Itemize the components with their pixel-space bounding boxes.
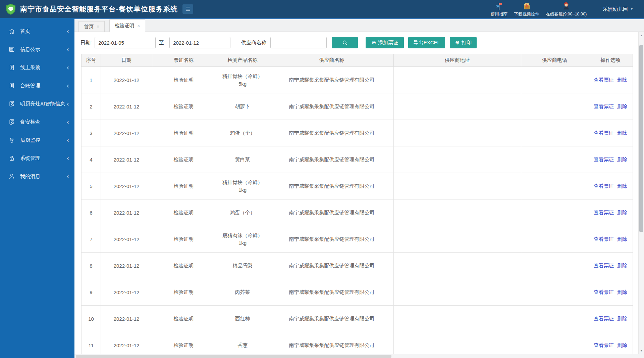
horizontal-scrollbar[interactable]	[74, 354, 638, 358]
cell-phone	[521, 146, 588, 173]
scroll-up-icon[interactable]: ▲	[639, 33, 644, 38]
cell-date: 2022-01-12	[101, 93, 152, 120]
sidebar-item-info-publicity[interactable]: 信息公示 ‹	[0, 40, 74, 58]
cell-address	[394, 332, 521, 354]
user-menu[interactable]: 乐洲幼儿园 ▼	[603, 6, 633, 12]
cell-supplier: 南宁威耀集采集配供应链管理有限公司	[270, 173, 394, 199]
sidebar-item-ai-kitchen[interactable]: 明厨亮灶AI智能信息 ‹	[0, 95, 74, 113]
cell-address	[394, 120, 521, 146]
delete-link[interactable]: 删除	[617, 210, 627, 215]
scroll-down-icon[interactable]: ▼	[639, 348, 644, 353]
delete-link[interactable]: 删除	[617, 263, 627, 268]
cell-product: 猪排骨块（冷鲜） 5kg	[215, 67, 270, 93]
delete-link[interactable]: 删除	[617, 103, 627, 109]
cell-product: 精品雪梨	[215, 253, 270, 279]
view-ticket-link[interactable]: 查看票证	[594, 289, 614, 295]
sidebar-item-my-messages[interactable]: 我的消息 ‹	[0, 167, 74, 185]
cell-no: 8	[82, 253, 101, 279]
chevron-left-icon: ‹	[66, 155, 69, 162]
view-ticket-link[interactable]: 查看票证	[594, 103, 614, 109]
cell-supplier: 南宁威耀集采集配供应链管理有限公司	[270, 146, 394, 173]
view-ticket-link[interactable]: 查看票证	[594, 236, 614, 242]
cell-supplier: 南宁威耀集采集配供应链管理有限公司	[270, 226, 394, 253]
top-link-download[interactable]: 下载视频控件	[514, 1, 539, 17]
cell-address	[394, 226, 521, 253]
delete-link[interactable]: 删除	[617, 183, 627, 189]
home-icon	[8, 28, 15, 35]
col-header-actions: 操作选项	[588, 54, 633, 67]
add-ticket-button[interactable]: ⊕ 添加票证	[366, 37, 404, 48]
view-ticket-link[interactable]: 查看票证	[594, 316, 614, 321]
top-link-guide[interactable]: 使用指南	[491, 1, 507, 17]
person-icon	[8, 173, 15, 180]
view-ticket-link[interactable]: 查看票证	[594, 210, 614, 215]
sidebar-item-online-purchase[interactable]: 线上采购 ‹	[0, 58, 74, 77]
delete-link[interactable]: 删除	[617, 316, 627, 321]
hamburger-menu-icon[interactable]: ☰	[182, 4, 193, 14]
cell-date: 2022-01-12	[101, 120, 152, 146]
view-ticket-link[interactable]: 查看票证	[594, 77, 614, 83]
sidebar-item-food-inspection[interactable]: 食安检查 ‹	[0, 113, 74, 131]
cell-cert: 检验证明	[152, 67, 215, 93]
date-from-input[interactable]	[95, 37, 156, 48]
cell-date: 2022-01-12	[101, 306, 152, 332]
delete-link[interactable]: 删除	[617, 289, 627, 295]
close-icon[interactable]: ×	[97, 24, 99, 29]
tab-home[interactable]: 首页 ×	[78, 21, 105, 32]
search-button[interactable]	[332, 37, 358, 48]
table-row: 8 2022-01-12 检验证明 精品雪梨 南宁威耀集采集配供应链管理有限公司…	[82, 253, 633, 279]
sidebar-item-ledger[interactable]: 台账管理 ‹	[0, 77, 74, 95]
tab-inspection-certificate[interactable]: 检验证明 ×	[109, 19, 145, 32]
cell-date: 2022-01-12	[101, 279, 152, 306]
ledger-doc-icon	[8, 82, 15, 89]
cell-address	[394, 93, 521, 120]
export-excel-button[interactable]: 导出EXCEL	[408, 37, 445, 48]
delete-link[interactable]: 删除	[617, 236, 627, 242]
cell-product: 胡萝卜	[215, 93, 270, 120]
delete-link[interactable]: 删除	[617, 342, 627, 348]
sidebar-item-label: 后厨监控	[20, 137, 66, 143]
col-header-product: 检测产品名称	[215, 54, 270, 67]
cell-product: 西红柿	[215, 306, 270, 332]
cell-no: 6	[82, 199, 101, 226]
table-header-row: 序号 日期 票证名称 检测产品名称 供应商名称 供应商地址 供应商电话 操作选项	[82, 54, 633, 67]
vertical-scrollbar[interactable]: ▲ ▼	[638, 32, 644, 354]
cell-cert: 检验证明	[152, 120, 215, 146]
delete-link[interactable]: 删除	[617, 77, 627, 83]
sidebar-item-home[interactable]: 首页 ‹	[0, 22, 74, 40]
tab-content-pane: 日期: 至 供应商名称: ⊕ 添加票证 导出EXCEL ⊕ 打印	[74, 32, 638, 354]
view-ticket-link[interactable]: 查看票证	[594, 183, 614, 189]
cell-product: 瘦猪肉沫（冷鲜） 1kg	[215, 226, 270, 253]
top-link-service[interactable]: 在线客服(9:00~18:00)	[546, 1, 587, 17]
tab-label: 检验证明	[115, 23, 134, 29]
date-label: 日期:	[80, 40, 92, 46]
cell-no: 3	[82, 120, 101, 146]
view-ticket-link[interactable]: 查看票证	[594, 263, 614, 268]
table-row: 2 2022-01-12 检验证明 胡萝卜 南宁威耀集采集配供应链管理有限公司 …	[82, 93, 633, 120]
platform-shield-logo	[5, 3, 17, 15]
cell-phone	[521, 120, 588, 146]
table-row: 11 2022-01-12 检验证明 香葱 南宁威耀集采集配供应链管理有限公司 …	[82, 332, 633, 354]
cell-phone	[521, 93, 588, 120]
date-to-input[interactable]	[169, 37, 230, 48]
sidebar-item-system-settings[interactable]: 系统管理 ‹	[0, 149, 74, 167]
cell-supplier: 南宁威耀集采集配供应链管理有限公司	[270, 93, 394, 120]
cell-no: 2	[82, 93, 101, 120]
delete-link[interactable]: 删除	[617, 130, 627, 136]
cell-supplier: 南宁威耀集采集配供应链管理有限公司	[270, 279, 394, 306]
delete-link[interactable]: 删除	[617, 156, 627, 162]
chevron-left-icon: ‹	[66, 83, 69, 89]
cell-no: 1	[82, 67, 101, 93]
horizontal-scrollbar-thumb[interactable]	[76, 355, 391, 358]
view-ticket-link[interactable]: 查看票证	[594, 342, 614, 348]
close-icon[interactable]: ×	[137, 24, 140, 28]
supplier-name-input[interactable]	[270, 37, 327, 48]
view-ticket-link[interactable]: 查看票证	[594, 156, 614, 162]
chevron-left-icon: ‹	[66, 137, 69, 143]
chevron-left-icon: ‹	[66, 46, 69, 53]
cell-product: 鸡蛋（个）	[215, 120, 270, 146]
sidebar-item-kitchen-monitor[interactable]: 后厨监控 ‹	[0, 131, 74, 149]
vertical-scrollbar-thumb[interactable]	[639, 45, 643, 232]
print-button[interactable]: ⊕ 打印	[450, 37, 477, 48]
view-ticket-link[interactable]: 查看票证	[594, 130, 614, 136]
